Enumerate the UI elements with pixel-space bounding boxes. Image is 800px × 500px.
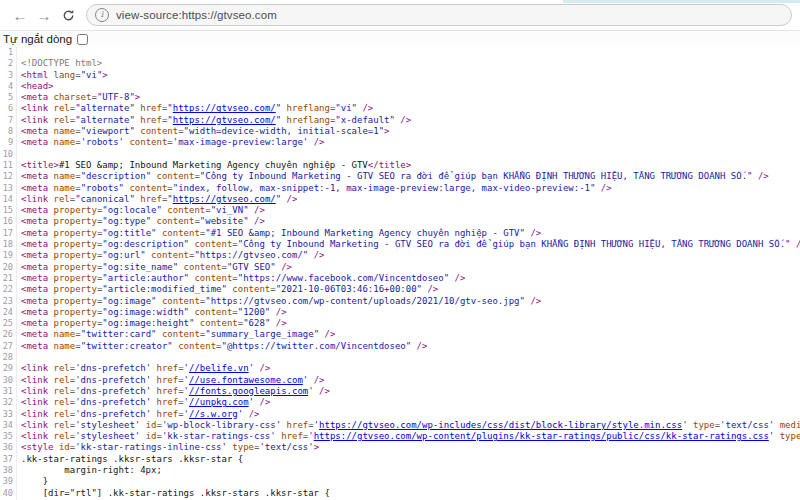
source-line: 17<meta property="og:title" content="#1 …	[0, 228, 800, 239]
source-link[interactable]: https://gtvseo.com/	[173, 115, 276, 125]
source-token: hreflang	[287, 115, 330, 125]
source-token: 'robots'	[81, 137, 130, 147]
source-token: rel	[54, 194, 70, 204]
source-line: 37.kk-star-ratings .kksr-stars .kksr-sta…	[0, 454, 800, 465]
source-token: rel	[54, 409, 70, 419]
source-line: 16<meta property="og:type" content="webs…	[0, 216, 800, 227]
source-line: 36<style id='kk-star-ratings-inline-css'…	[0, 442, 800, 453]
source-token: />	[254, 397, 270, 407]
source-lines: 12<!DOCTYPE html>3<html lang="vi">4<head…	[0, 47, 800, 500]
source-line: 39 }	[0, 476, 800, 487]
source-token: href	[156, 363, 178, 373]
source-token: 'text/css'	[259, 442, 313, 452]
forward-arrow-icon: →	[37, 7, 52, 24]
source-link[interactable]: //belife.vn	[189, 363, 249, 373]
source-token: charset	[54, 92, 92, 102]
source-link[interactable]: https://gtvseo.com/	[173, 194, 276, 204]
source-line: 8<meta name="viewport" content="width=de…	[0, 126, 800, 137]
source-token: />	[595, 183, 611, 193]
source-link[interactable]: https://gtvseo.com/wp-includes/css/dist/…	[319, 420, 682, 430]
source-token: content	[162, 228, 200, 238]
reload-button[interactable]	[56, 3, 80, 27]
line-number: 6	[0, 103, 17, 114]
source-token: 'kk-star-ratings-inline-css'	[75, 442, 232, 452]
source-link[interactable]: //fonts.googleapis.com	[189, 386, 308, 396]
source-line: 1	[0, 47, 800, 58]
wrap-checkbox[interactable]	[77, 34, 88, 45]
source-token: 'dns-prefetch'	[75, 375, 156, 385]
line-number: 26	[0, 329, 17, 340]
source-token: rel	[54, 431, 70, 441]
line-code: <meta name='robots' content='max-image-p…	[17, 137, 325, 148]
source-token: />	[308, 375, 324, 385]
source-token: 'dns-prefetch'	[75, 409, 156, 419]
source-token: href	[140, 115, 162, 125]
line-number: 11	[0, 160, 17, 171]
line-code: <head>	[17, 81, 54, 92]
source-link[interactable]: //s.w.org	[189, 409, 238, 419]
source-line: 11<title>#1 SEO &amp; Inbound Marketing …	[0, 160, 800, 171]
source-token: />	[411, 341, 427, 351]
line-number: 4	[0, 81, 17, 92]
source-token: '	[769, 431, 780, 441]
window-edge-strip	[563, 0, 800, 3]
source-link[interactable]: //use.fontawesome.com	[189, 375, 303, 385]
line-number: 23	[0, 296, 17, 307]
source-token: <link	[21, 375, 54, 385]
source-token: property	[54, 307, 97, 317]
source-link[interactable]: //unpkg.com	[189, 397, 249, 407]
line-code: <meta property="og:locale" content="vi_V…	[17, 205, 265, 216]
source-link[interactable]: https://gtvseo.com/wp-content/plugins/kk…	[314, 431, 769, 441]
line-wrap-label[interactable]: Tự ngắt dòng	[3, 33, 72, 45]
source-token: "x-default"	[335, 115, 395, 125]
source-token: "#1 SEO &amp; Inbound Marketing Agency c…	[205, 228, 525, 238]
back-button[interactable]: ←	[8, 3, 32, 27]
source-token: 'stylesheet'	[75, 431, 145, 441]
source-token: <meta	[21, 183, 54, 193]
source-line: 14<link rel="canonical" href="https://gt…	[0, 194, 800, 205]
source-token: rel	[54, 103, 70, 113]
source-token: <meta	[21, 239, 54, 249]
line-number: 37	[0, 454, 17, 465]
source-line: 35<link rel='stylesheet' id='kk-star-rat…	[0, 431, 800, 442]
line-code: <link rel="canonical" href="https://gtvs…	[17, 194, 297, 205]
source-token: property	[54, 296, 97, 306]
line-code: <link rel='stylesheet' id='kk-star-ratin…	[17, 431, 800, 442]
source-token: "robots"	[81, 183, 130, 193]
source-token: <link	[21, 409, 54, 419]
line-number: 9	[0, 137, 17, 148]
source-token: property	[54, 216, 97, 226]
source-token: "1200"	[238, 307, 271, 317]
line-number: 39	[0, 476, 17, 487]
source-token: "description"	[81, 171, 157, 181]
source-link[interactable]: https://gtvseo.com/	[173, 103, 276, 113]
reload-icon	[62, 9, 75, 22]
line-code: <link rel='dns-prefetch' href='//use.fon…	[17, 375, 325, 386]
source-token: "Công ty Inbound Marketing - GTV SEO ra …	[200, 171, 753, 181]
source-line: 23<meta property="og:image" content="htt…	[0, 296, 800, 307]
source-line: 19<meta property="og:url" content="https…	[0, 250, 800, 261]
source-token: 'dns-prefetch'	[75, 363, 156, 373]
source-line: 20<meta property="og:site_name" content=…	[0, 262, 800, 273]
address-bar[interactable]: i view-source:https://gtvseo.com	[86, 4, 792, 26]
source-token: hreflang	[287, 103, 330, 113]
source-token: rel	[54, 375, 70, 385]
source-line: 31<link rel='dns-prefetch' href='//fonts…	[0, 386, 800, 397]
source-token: "UTF-8"	[97, 92, 135, 102]
source-token: "Công ty Inbound Marketing - GTV SEO ra …	[238, 239, 791, 249]
source-token: "	[276, 103, 287, 113]
source-token: "vi_VN"	[211, 205, 249, 215]
source-token: <link	[21, 363, 54, 373]
source-token: </title>	[368, 160, 411, 170]
line-number: 30	[0, 375, 17, 386]
line-code: <style id='kk-star-ratings-inline-css' t…	[17, 442, 319, 453]
source-token: lang	[54, 70, 76, 80]
page-info-icon[interactable]: i	[95, 8, 109, 22]
source-line: 34<link rel='stylesheet' id='wp-block-li…	[0, 420, 800, 431]
forward-button[interactable]: →	[32, 3, 56, 27]
source-token: content	[194, 239, 232, 249]
source-token: rel	[54, 397, 70, 407]
source-token: />	[790, 239, 800, 249]
source-token: content	[194, 273, 232, 283]
source-token: <meta	[21, 329, 54, 339]
